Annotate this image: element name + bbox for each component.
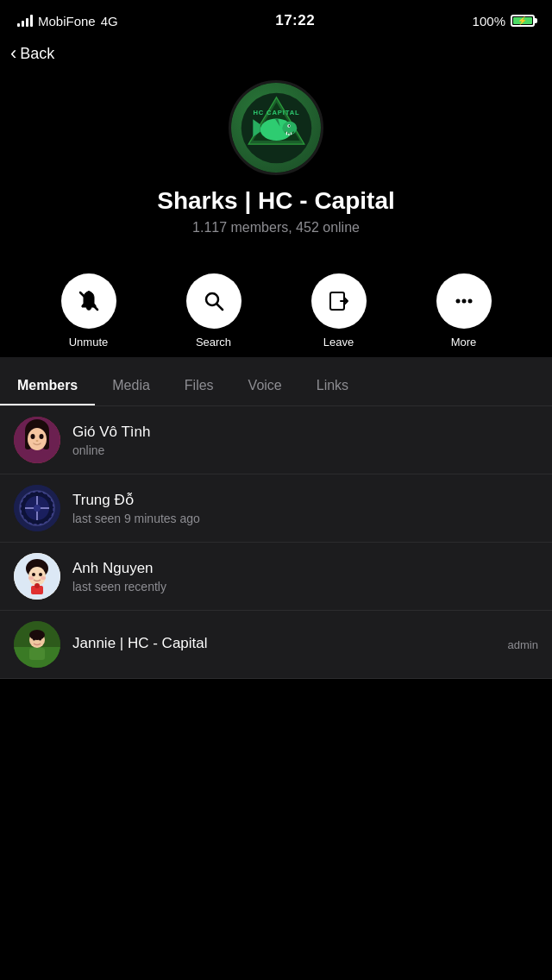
battery-percent: 100% — [473, 14, 505, 28]
search-label: Search — [196, 336, 231, 349]
list-item[interactable]: Anh Nguyen last seen recently — [0, 543, 552, 611]
svg-point-19 — [461, 299, 466, 304]
tab-links[interactable]: Links — [299, 366, 366, 405]
avatar — [14, 417, 60, 463]
action-buttons: Unmute Search Leave Mor — [0, 256, 552, 357]
search-circle — [186, 273, 242, 329]
more-label: More — [451, 336, 477, 349]
svg-rect-50 — [29, 648, 45, 660]
avatar — [14, 553, 60, 600]
tab-media[interactable]: Media — [95, 366, 167, 405]
time-label: 17:22 — [275, 12, 315, 29]
section-separator — [0, 357, 552, 366]
list-item[interactable]: Jannie | HC - Capital admin — [0, 611, 552, 679]
member-info: Jannie | HC - Capital — [72, 635, 496, 655]
svg-point-41 — [39, 573, 42, 576]
search-icon — [201, 288, 227, 314]
svg-text:HC CAPITAL: HC CAPITAL — [253, 109, 299, 116]
leave-icon — [326, 288, 352, 314]
unmute-icon — [76, 288, 102, 314]
back-label: Back — [20, 45, 54, 63]
more-button[interactable]: More — [436, 273, 492, 349]
tab-files[interactable]: Files — [167, 366, 231, 405]
member-avatar-4 — [14, 621, 60, 668]
member-status: online — [72, 443, 538, 457]
avatar — [14, 621, 60, 668]
svg-point-18 — [455, 299, 460, 304]
leave-circle — [311, 273, 367, 329]
member-avatar-2 — [14, 485, 60, 531]
svg-point-51 — [33, 638, 35, 641]
svg-point-43 — [41, 576, 46, 580]
svg-point-20 — [467, 299, 472, 304]
member-name: Anh Nguyen — [72, 560, 538, 577]
svg-point-45 — [34, 583, 40, 588]
member-name: Gió Vô Tình — [72, 424, 538, 441]
tabs-bar: Members Media Files Voice Links — [0, 366, 552, 406]
group-avatar: HC CAPITAL — [229, 80, 323, 175]
search-button[interactable]: Search — [186, 273, 242, 349]
leave-label: Leave — [323, 336, 354, 349]
svg-point-49 — [29, 630, 45, 640]
svg-point-26 — [31, 434, 35, 439]
battery-icon: ⚡ — [511, 15, 535, 27]
tab-voice[interactable]: Voice — [231, 366, 299, 405]
svg-point-9 — [288, 125, 290, 127]
leave-button[interactable]: Leave — [311, 273, 367, 349]
unmute-circle — [61, 273, 116, 329]
back-button[interactable]: ‹ Back — [10, 45, 54, 63]
members-list: Gió Vô Tình online Trung Đỗ last seen 9 … — [0, 406, 552, 679]
carrier-label: MobiFone — [38, 14, 96, 28]
status-right: 100% ⚡ — [473, 14, 535, 28]
group-name: Sharks | HC - Capital — [157, 187, 394, 215]
nav-bar: ‹ Back — [0, 38, 552, 73]
group-meta: 1.117 members, 452 online — [192, 220, 360, 236]
status-bar: MobiFone 4G 17:22 100% ⚡ — [0, 0, 552, 38]
back-chevron-icon: ‹ — [10, 44, 16, 63]
svg-point-52 — [39, 638, 41, 641]
member-badge: admin — [508, 638, 538, 651]
more-icon — [451, 288, 477, 314]
unmute-label: Unmute — [69, 336, 109, 349]
svg-point-42 — [28, 576, 34, 580]
svg-point-5 — [282, 121, 297, 134]
list-item[interactable]: Gió Vô Tình online — [0, 406, 552, 474]
svg-line-16 — [216, 305, 223, 311]
member-status: last seen 9 minutes ago — [72, 512, 538, 525]
network-type: 4G — [101, 14, 118, 28]
svg-point-13 — [87, 291, 90, 293]
member-name: Trung Đỗ — [72, 491, 538, 509]
list-item[interactable]: Trung Đỗ last seen 9 minutes ago — [0, 474, 552, 543]
member-name: Jannie | HC - Capital — [72, 635, 496, 652]
svg-point-25 — [28, 428, 47, 450]
unmute-button[interactable]: Unmute — [61, 273, 116, 349]
member-info: Trung Đỗ last seen 9 minutes ago — [72, 491, 538, 525]
status-left: MobiFone 4G — [17, 14, 118, 28]
avatar — [14, 485, 60, 531]
member-avatar-1 — [14, 417, 60, 463]
svg-point-27 — [40, 434, 44, 439]
member-info: Gió Vô Tình online — [72, 424, 538, 457]
member-info: Anh Nguyen last seen recently — [72, 560, 538, 594]
member-avatar-3 — [14, 553, 60, 600]
profile-section: HC CAPITAL Sharks | HC - Capital 1.11 — [0, 73, 552, 256]
tab-members[interactable]: Members — [0, 366, 95, 405]
svg-point-40 — [32, 573, 35, 576]
signal-icon — [17, 15, 33, 27]
svg-point-28 — [36, 440, 39, 442]
group-logo: HC CAPITAL — [240, 91, 313, 165]
svg-point-34 — [34, 505, 41, 512]
member-status: last seen recently — [72, 580, 538, 594]
more-circle — [436, 273, 492, 329]
